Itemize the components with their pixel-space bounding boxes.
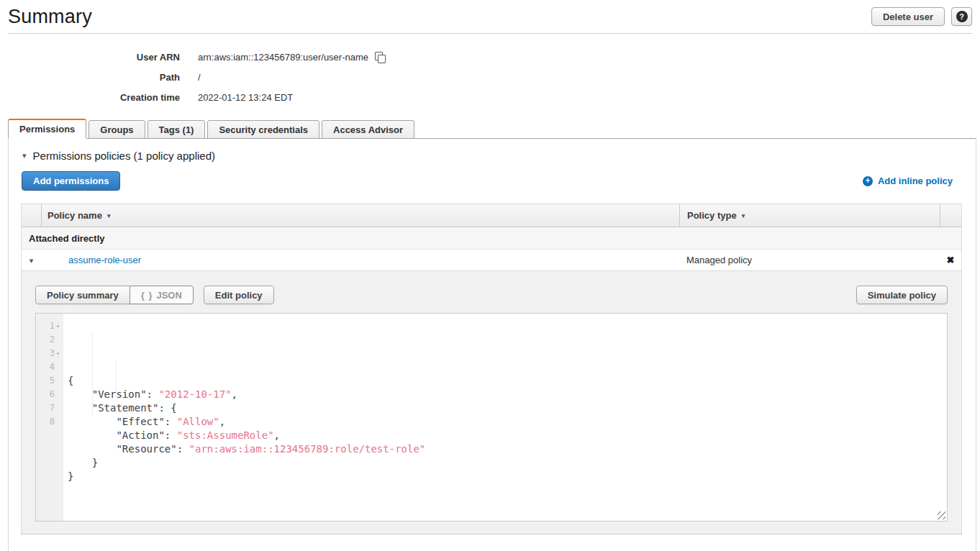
code-line[interactable]: } xyxy=(68,470,947,483)
tab-bar: Permissions Groups Tags (1) Security cre… xyxy=(8,119,976,139)
sort-caret-icon: ▾ xyxy=(742,212,745,219)
path-value: / xyxy=(198,72,201,83)
policy-name-column-header[interactable]: Policy name ▾ xyxy=(41,204,679,227)
braces-icon: { } xyxy=(141,290,153,301)
creation-time-value: 2022-01-12 13:24 EDT xyxy=(198,92,293,103)
tab-groups[interactable]: Groups xyxy=(89,120,145,139)
help-button[interactable]: ? xyxy=(951,7,972,26)
line-number: 3▾ xyxy=(36,347,63,360)
user-arn-label: User ARN xyxy=(0,52,180,63)
sort-caret-icon: ▾ xyxy=(107,212,111,219)
header-actions: Delete user ? xyxy=(871,7,972,26)
edit-policy-button[interactable]: Edit policy xyxy=(204,286,274,304)
policy-table-header: Policy name ▾ Policy type ▾ xyxy=(22,204,961,227)
page-header: Summary Delete user ? xyxy=(0,0,980,33)
line-number: 2 xyxy=(36,333,63,347)
editor-gutter: 1▾23▾45678 xyxy=(36,314,63,521)
line-number: 6 xyxy=(36,388,63,401)
policy-name-link[interactable]: assume-role-user xyxy=(68,255,141,265)
code-line[interactable]: "Statement": { xyxy=(68,401,947,415)
tab-security-credentials[interactable]: Security credentials xyxy=(207,120,319,139)
path-row: Path / xyxy=(0,67,980,87)
attached-directly-group-row: Attached directly xyxy=(22,227,961,250)
view-toggle-group: Policy summary { } JSON xyxy=(35,286,194,304)
policy-detail-toolbar: Policy summary { } JSON Edit policy Simu… xyxy=(35,286,948,304)
remove-column-header xyxy=(940,204,961,227)
code-line[interactable]: { xyxy=(68,374,947,388)
code-line[interactable]: "Effect": "Allow", xyxy=(68,415,947,429)
indent-guide xyxy=(92,333,93,415)
code-line[interactable]: "Version": "2012-10-17", xyxy=(68,388,947,401)
simulate-policy-button[interactable]: Simulate policy xyxy=(856,286,948,304)
json-policy-editor[interactable]: 1▾23▾45678 { "Version": "2012-10-17", "S… xyxy=(35,313,948,522)
delete-user-button[interactable]: Delete user xyxy=(871,7,945,26)
creation-time-row: Creation time 2022-01-12 13:24 EDT xyxy=(0,87,980,107)
permissions-toolbar: Add permissions + Add inline policy xyxy=(9,162,976,191)
tab-access-advisor[interactable]: Access Advisor xyxy=(322,120,414,139)
line-number: 4 xyxy=(36,360,63,374)
add-permissions-button[interactable]: Add permissions xyxy=(22,171,120,191)
line-number: 1▾ xyxy=(36,319,63,333)
page-title: Summary xyxy=(8,6,92,28)
expand-column-header xyxy=(22,204,41,227)
tab-tags[interactable]: Tags (1) xyxy=(148,120,206,139)
line-number: 8 xyxy=(36,415,63,429)
caret-down-icon: ▾ xyxy=(22,152,27,160)
row-expand-toggle[interactable]: ▾ xyxy=(22,255,41,265)
user-arn-value: arn:aws:iam::123456789:user/user-name xyxy=(198,52,368,63)
fold-caret-icon[interactable]: ▾ xyxy=(55,347,63,360)
tab-permissions[interactable]: Permissions xyxy=(8,119,86,139)
plus-icon: + xyxy=(863,176,873,186)
editor-resize-handle[interactable] xyxy=(938,511,945,519)
permissions-tab-panel: ▾ Permissions policies (1 policy applied… xyxy=(8,139,976,551)
creation-time-label: Creation time xyxy=(0,92,180,103)
policy-detail-panel: Policy summary { } JSON Edit policy Simu… xyxy=(22,271,961,534)
path-label: Path xyxy=(0,72,180,83)
json-view-button[interactable]: { } JSON xyxy=(130,286,194,304)
add-inline-policy-link[interactable]: + Add inline policy xyxy=(863,176,953,186)
policy-type-column-header[interactable]: Policy type ▾ xyxy=(679,204,940,227)
help-icon: ? xyxy=(956,11,968,22)
editor-code[interactable]: { "Version": "2012-10-17", "Statement": … xyxy=(63,314,947,521)
permissions-policies-section-toggle[interactable]: ▾ Permissions policies (1 policy applied… xyxy=(9,139,976,162)
line-number: 5 xyxy=(36,374,63,388)
user-arn-row: User ARN arn:aws:iam::123456789:user/use… xyxy=(0,47,980,67)
code-line[interactable]: } xyxy=(68,456,947,470)
indent-guide xyxy=(116,360,117,401)
remove-policy-icon[interactable]: ✖ xyxy=(947,255,955,265)
policy-type-cell: Managed policy xyxy=(679,255,940,265)
user-details: User ARN arn:aws:iam::123456789:user/use… xyxy=(0,34,980,119)
table-row: ▾ assume-role-user Managed policy ✖ xyxy=(22,250,961,271)
permissions-policies-title: Permissions policies (1 policy applied) xyxy=(33,150,215,162)
policy-summary-button[interactable]: Policy summary xyxy=(35,286,130,304)
copy-icon[interactable] xyxy=(375,52,386,63)
code-line[interactable]: "Action": "sts:AssumeRole", xyxy=(68,429,947,442)
line-number: 7 xyxy=(36,401,63,415)
policy-table: Policy name ▾ Policy type ▾ Attached dir… xyxy=(21,204,962,534)
code-line[interactable]: "Resource": "arn:aws:iam::123456789:role… xyxy=(68,442,947,456)
fold-caret-icon[interactable]: ▾ xyxy=(55,319,63,333)
caret-down-icon: ▾ xyxy=(30,256,34,265)
